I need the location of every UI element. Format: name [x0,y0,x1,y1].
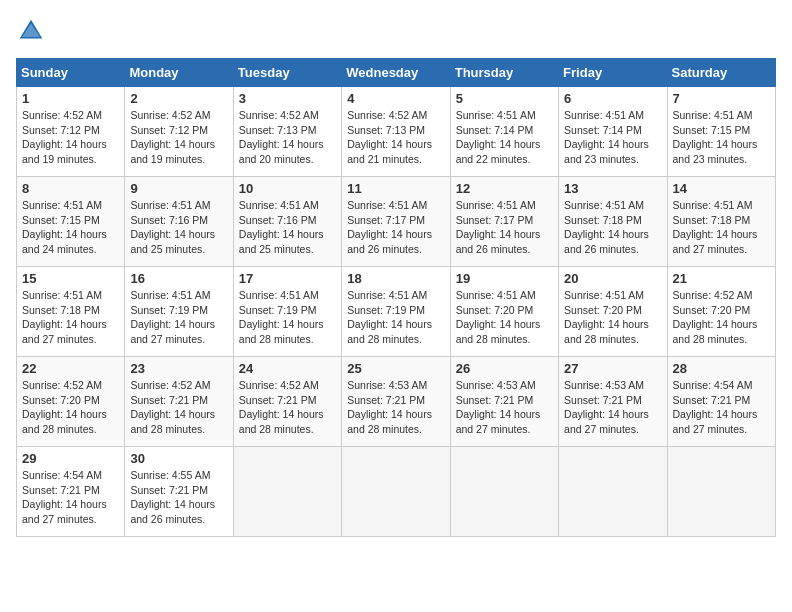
day-info: Sunrise: 4:51 AM Sunset: 7:15 PM Dayligh… [673,108,770,167]
calendar-cell [667,447,775,537]
day-number: 18 [347,271,444,286]
day-number: 29 [22,451,119,466]
calendar-cell [233,447,341,537]
day-number: 24 [239,361,336,376]
calendar-cell [450,447,558,537]
logo [16,16,50,46]
calendar-cell: 28Sunrise: 4:54 AM Sunset: 7:21 PM Dayli… [667,357,775,447]
calendar-cell: 25Sunrise: 4:53 AM Sunset: 7:21 PM Dayli… [342,357,450,447]
day-number: 12 [456,181,553,196]
day-info: Sunrise: 4:52 AM Sunset: 7:21 PM Dayligh… [239,378,336,437]
day-number: 15 [22,271,119,286]
calendar-cell: 27Sunrise: 4:53 AM Sunset: 7:21 PM Dayli… [559,357,667,447]
calendar-cell: 30Sunrise: 4:55 AM Sunset: 7:21 PM Dayli… [125,447,233,537]
weekday-header-wednesday: Wednesday [342,59,450,87]
weekday-header-thursday: Thursday [450,59,558,87]
page-header [16,16,776,46]
calendar-week-1: 1Sunrise: 4:52 AM Sunset: 7:12 PM Daylig… [17,87,776,177]
weekday-header-friday: Friday [559,59,667,87]
day-info: Sunrise: 4:51 AM Sunset: 7:20 PM Dayligh… [564,288,661,347]
calendar-cell: 14Sunrise: 4:51 AM Sunset: 7:18 PM Dayli… [667,177,775,267]
day-info: Sunrise: 4:51 AM Sunset: 7:17 PM Dayligh… [347,198,444,257]
day-number: 26 [456,361,553,376]
calendar-cell: 23Sunrise: 4:52 AM Sunset: 7:21 PM Dayli… [125,357,233,447]
day-number: 3 [239,91,336,106]
day-number: 20 [564,271,661,286]
day-number: 16 [130,271,227,286]
day-number: 10 [239,181,336,196]
day-info: Sunrise: 4:51 AM Sunset: 7:16 PM Dayligh… [239,198,336,257]
calendar-cell: 1Sunrise: 4:52 AM Sunset: 7:12 PM Daylig… [17,87,125,177]
day-number: 6 [564,91,661,106]
calendar-cell: 9Sunrise: 4:51 AM Sunset: 7:16 PM Daylig… [125,177,233,267]
calendar-week-2: 8Sunrise: 4:51 AM Sunset: 7:15 PM Daylig… [17,177,776,267]
day-info: Sunrise: 4:51 AM Sunset: 7:18 PM Dayligh… [22,288,119,347]
day-info: Sunrise: 4:51 AM Sunset: 7:15 PM Dayligh… [22,198,119,257]
day-info: Sunrise: 4:52 AM Sunset: 7:20 PM Dayligh… [673,288,770,347]
calendar-cell: 19Sunrise: 4:51 AM Sunset: 7:20 PM Dayli… [450,267,558,357]
day-number: 25 [347,361,444,376]
calendar-cell: 20Sunrise: 4:51 AM Sunset: 7:20 PM Dayli… [559,267,667,357]
day-number: 5 [456,91,553,106]
day-number: 11 [347,181,444,196]
day-info: Sunrise: 4:51 AM Sunset: 7:16 PM Dayligh… [130,198,227,257]
calendar-week-5: 29Sunrise: 4:54 AM Sunset: 7:21 PM Dayli… [17,447,776,537]
day-number: 22 [22,361,119,376]
day-number: 30 [130,451,227,466]
weekday-header-tuesday: Tuesday [233,59,341,87]
day-number: 19 [456,271,553,286]
day-info: Sunrise: 4:51 AM Sunset: 7:19 PM Dayligh… [239,288,336,347]
day-number: 8 [22,181,119,196]
day-number: 17 [239,271,336,286]
day-number: 4 [347,91,444,106]
day-info: Sunrise: 4:51 AM Sunset: 7:14 PM Dayligh… [564,108,661,167]
calendar-cell: 5Sunrise: 4:51 AM Sunset: 7:14 PM Daylig… [450,87,558,177]
day-info: Sunrise: 4:53 AM Sunset: 7:21 PM Dayligh… [347,378,444,437]
day-number: 2 [130,91,227,106]
day-info: Sunrise: 4:52 AM Sunset: 7:13 PM Dayligh… [239,108,336,167]
day-info: Sunrise: 4:55 AM Sunset: 7:21 PM Dayligh… [130,468,227,527]
weekday-header-sunday: Sunday [17,59,125,87]
day-info: Sunrise: 4:53 AM Sunset: 7:21 PM Dayligh… [456,378,553,437]
day-number: 14 [673,181,770,196]
day-info: Sunrise: 4:54 AM Sunset: 7:21 PM Dayligh… [673,378,770,437]
calendar-cell: 26Sunrise: 4:53 AM Sunset: 7:21 PM Dayli… [450,357,558,447]
day-number: 21 [673,271,770,286]
calendar-week-4: 22Sunrise: 4:52 AM Sunset: 7:20 PM Dayli… [17,357,776,447]
day-info: Sunrise: 4:51 AM Sunset: 7:18 PM Dayligh… [673,198,770,257]
logo-icon [16,16,46,46]
calendar-cell: 15Sunrise: 4:51 AM Sunset: 7:18 PM Dayli… [17,267,125,357]
day-number: 9 [130,181,227,196]
weekday-header-row: SundayMondayTuesdayWednesdayThursdayFrid… [17,59,776,87]
day-number: 7 [673,91,770,106]
calendar-cell: 11Sunrise: 4:51 AM Sunset: 7:17 PM Dayli… [342,177,450,267]
day-info: Sunrise: 4:53 AM Sunset: 7:21 PM Dayligh… [564,378,661,437]
day-info: Sunrise: 4:52 AM Sunset: 7:21 PM Dayligh… [130,378,227,437]
calendar-cell: 29Sunrise: 4:54 AM Sunset: 7:21 PM Dayli… [17,447,125,537]
day-info: Sunrise: 4:51 AM Sunset: 7:20 PM Dayligh… [456,288,553,347]
day-info: Sunrise: 4:52 AM Sunset: 7:12 PM Dayligh… [130,108,227,167]
day-info: Sunrise: 4:51 AM Sunset: 7:18 PM Dayligh… [564,198,661,257]
calendar-cell: 3Sunrise: 4:52 AM Sunset: 7:13 PM Daylig… [233,87,341,177]
calendar-cell: 24Sunrise: 4:52 AM Sunset: 7:21 PM Dayli… [233,357,341,447]
day-info: Sunrise: 4:51 AM Sunset: 7:19 PM Dayligh… [347,288,444,347]
calendar-cell: 6Sunrise: 4:51 AM Sunset: 7:14 PM Daylig… [559,87,667,177]
calendar-cell: 13Sunrise: 4:51 AM Sunset: 7:18 PM Dayli… [559,177,667,267]
calendar-cell [342,447,450,537]
day-info: Sunrise: 4:51 AM Sunset: 7:19 PM Dayligh… [130,288,227,347]
calendar-table: SundayMondayTuesdayWednesdayThursdayFrid… [16,58,776,537]
day-number: 27 [564,361,661,376]
day-info: Sunrise: 4:52 AM Sunset: 7:12 PM Dayligh… [22,108,119,167]
day-info: Sunrise: 4:51 AM Sunset: 7:14 PM Dayligh… [456,108,553,167]
day-info: Sunrise: 4:52 AM Sunset: 7:13 PM Dayligh… [347,108,444,167]
calendar-cell: 8Sunrise: 4:51 AM Sunset: 7:15 PM Daylig… [17,177,125,267]
day-number: 13 [564,181,661,196]
calendar-cell: 4Sunrise: 4:52 AM Sunset: 7:13 PM Daylig… [342,87,450,177]
calendar-cell: 21Sunrise: 4:52 AM Sunset: 7:20 PM Dayli… [667,267,775,357]
calendar-cell: 16Sunrise: 4:51 AM Sunset: 7:19 PM Dayli… [125,267,233,357]
calendar-week-3: 15Sunrise: 4:51 AM Sunset: 7:18 PM Dayli… [17,267,776,357]
calendar-cell [559,447,667,537]
day-info: Sunrise: 4:54 AM Sunset: 7:21 PM Dayligh… [22,468,119,527]
calendar-cell: 18Sunrise: 4:51 AM Sunset: 7:19 PM Dayli… [342,267,450,357]
calendar-cell: 22Sunrise: 4:52 AM Sunset: 7:20 PM Dayli… [17,357,125,447]
